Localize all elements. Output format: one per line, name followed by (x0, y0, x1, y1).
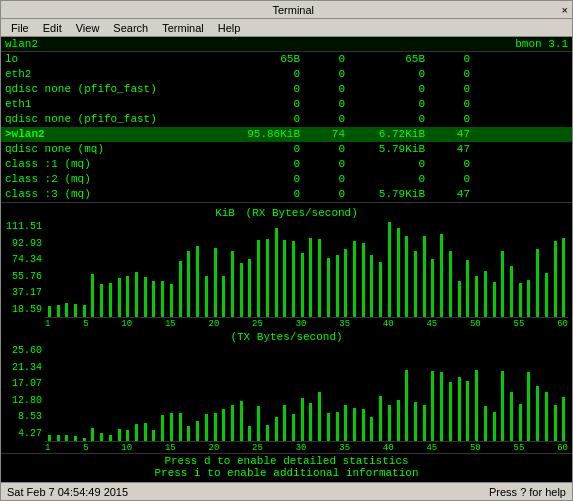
rx-y5: 92.93 (5, 238, 42, 249)
bar-12 (150, 345, 159, 441)
bar-29 (298, 221, 307, 317)
status-msg-1: Press d to enable detailed statistics (5, 455, 568, 467)
bar-fill-34 (344, 405, 347, 441)
menu-help[interactable]: Help (212, 22, 247, 34)
iface-eth2-qdisc[interactable]: qdisc none (pfifo_fast) 0 0 0 0 (1, 82, 572, 97)
bar-35 (350, 345, 359, 441)
interface-table: lo 65B 0 65B 0 eth2 0 0 0 0 qdisc none (… (1, 52, 572, 203)
bar-fill-41 (405, 236, 408, 317)
iface-eth1-qdisc-tx: 0 (345, 112, 425, 127)
bar-fill-23 (248, 259, 251, 317)
iface-class3[interactable]: class :3 (mq) 0 0 5.79KiB 47 (1, 187, 572, 202)
bar-15 (176, 345, 185, 441)
bar-36 (359, 345, 368, 441)
title-bar: Terminal × (1, 1, 572, 19)
bar-49 (472, 221, 481, 317)
bar-40 (394, 221, 403, 317)
bar-32 (324, 221, 333, 317)
iface-wlan2-tx: 6.72KiB (345, 127, 425, 142)
iface-class2[interactable]: class :2 (mq) 0 0 0 0 (1, 172, 572, 187)
bar-fill-22 (240, 401, 243, 441)
bar-56 (533, 221, 542, 317)
iface-eth1-rx: 0 (225, 97, 300, 112)
bar-5 (89, 345, 98, 441)
bar-fill-23 (248, 426, 251, 441)
bar-fill-22 (240, 263, 243, 317)
rx-y6: 111.51 (5, 221, 42, 232)
iface-wlan2-rx: 95.86KiB (225, 127, 300, 142)
bar-51 (490, 221, 499, 317)
iface-eth1-tx: 0 (345, 97, 425, 112)
bar-11 (141, 345, 150, 441)
bar-fill-52 (501, 371, 504, 441)
iface-eth2-qdisc-rx: 0 (225, 82, 300, 97)
bar-fill-0 (48, 435, 51, 441)
menu-search[interactable]: Search (107, 22, 154, 34)
iface-class1[interactable]: class :1 (mq) 0 0 0 0 (1, 157, 572, 172)
iface-wlan2-mq[interactable]: qdisc none (mq) 0 0 5.79KiB 47 (1, 142, 572, 157)
bar-fill-47 (458, 281, 461, 317)
bar-fill-59 (562, 397, 565, 441)
bar-20 (219, 345, 228, 441)
bar-47 (455, 345, 464, 441)
bar-7 (106, 221, 115, 317)
bar-fill-43 (423, 405, 426, 441)
iface-eth2-qdisc-txp: 0 (425, 82, 470, 97)
bar-fill-48 (466, 260, 469, 317)
bar-fill-44 (431, 259, 434, 317)
bar-59 (559, 345, 568, 441)
rx-bars (45, 221, 568, 318)
iface-eth1[interactable]: eth1 0 0 0 0 (1, 97, 572, 112)
bar-38 (376, 345, 385, 441)
bar-fill-37 (370, 255, 373, 317)
bmon-version: bmon 3.1 (515, 38, 568, 50)
bar-37 (368, 345, 377, 441)
iface-lo[interactable]: lo 65B 0 65B 0 (1, 52, 572, 67)
iface-wlan2-mq-rx: 0 (225, 142, 300, 157)
bar-25 (263, 345, 272, 441)
bar-55 (525, 221, 534, 317)
bar-42 (411, 221, 420, 317)
iface-class1-tx: 0 (345, 157, 425, 172)
menu-terminal[interactable]: Terminal (156, 22, 210, 34)
bar-26 (272, 345, 281, 441)
menu-view[interactable]: View (70, 22, 106, 34)
iface-lo-rxp: 0 (300, 52, 345, 67)
tx-y1: 4.27 (5, 428, 42, 439)
iface-eth2-txp: 0 (425, 67, 470, 82)
bar-fill-53 (510, 266, 513, 317)
bar-44 (429, 221, 438, 317)
bar-24 (254, 345, 263, 441)
iface-wlan2[interactable]: >wlan2 95.86KiB 74 6.72KiB 47 (1, 127, 572, 142)
bar-fill-12 (152, 281, 155, 317)
bar-14 (167, 345, 176, 441)
bar-2 (62, 345, 71, 441)
menu-file[interactable]: File (5, 22, 35, 34)
bar-53 (507, 221, 516, 317)
bar-fill-45 (440, 372, 443, 441)
iface-class1-rx: 0 (225, 157, 300, 172)
bar-fill-10 (135, 272, 138, 317)
bar-3 (71, 221, 80, 317)
close-button[interactable]: × (562, 4, 568, 16)
rx-y4: 74.34 (5, 254, 42, 265)
bar-fill-50 (484, 271, 487, 317)
bar-fill-26 (275, 417, 278, 441)
bar-fill-10 (135, 424, 138, 441)
bar-34 (341, 221, 350, 317)
bar-fill-8 (118, 429, 121, 441)
bar-fill-7 (109, 283, 112, 317)
menu-edit[interactable]: Edit (37, 22, 68, 34)
bar-fill-24 (257, 406, 260, 441)
bar-52 (498, 345, 507, 441)
bar-fill-2 (65, 435, 68, 441)
bar-fill-13 (161, 415, 164, 441)
iface-eth2[interactable]: eth2 0 0 0 0 (1, 67, 572, 82)
bar-fill-52 (501, 251, 504, 317)
iface-eth1-qdisc[interactable]: qdisc none (pfifo_fast) 0 0 0 0 (1, 112, 572, 127)
bar-19 (211, 221, 220, 317)
terminal-content: wlan2 bmon 3.1 lo 65B 0 65B 0 eth2 0 0 0… (1, 37, 572, 482)
iface-eth1-qdisc-txp: 0 (425, 112, 470, 127)
bar-50 (481, 221, 490, 317)
rx-y3: 55.76 (5, 271, 42, 282)
